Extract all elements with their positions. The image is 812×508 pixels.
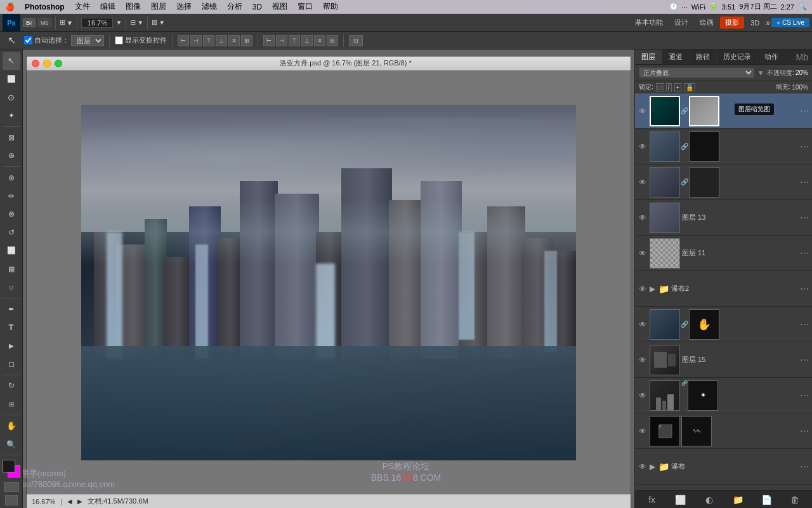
ws-3d[interactable]: 3D (745, 18, 764, 28)
layer-item[interactable]: 👁 🔗 ⋯ (635, 164, 812, 200)
layer-fx-button[interactable]: fx (645, 493, 659, 507)
lock-all-icon[interactable]: 🔒 (684, 83, 695, 91)
apple-menu[interactable]: 🍎 (0, 0, 20, 13)
auto-select-type[interactable]: 图层 组 (71, 35, 104, 46)
lock-move-icon[interactable]: + (674, 83, 682, 91)
menu-search-icon[interactable]: 🔍 (798, 3, 807, 11)
ws-photo[interactable]: 摄影 (720, 17, 744, 29)
layer-visibility-icon[interactable]: 👁 (638, 391, 648, 401)
tool-heal[interactable]: ⊕ (3, 169, 20, 187)
bridge-button[interactable]: Br (23, 18, 36, 27)
folder-expand-icon[interactable]: ▶ (650, 284, 655, 293)
layer-visibility-icon[interactable]: 👁 (638, 213, 648, 223)
quick-mask-button[interactable] (4, 482, 19, 492)
tab-paths[interactable]: 路径 (690, 50, 717, 64)
menu-window[interactable]: 窗口 (292, 0, 318, 13)
app-name-menu[interactable]: Photoshop (20, 0, 70, 13)
layer-visibility-icon[interactable]: 👁 (638, 462, 648, 472)
layer-item[interactable]: 👁 ⬛ ∿∿ ⋯ (635, 413, 812, 449)
align-center-v-icon[interactable]: ⊣ (190, 35, 202, 46)
tool-3d-rotate[interactable]: ↻ (3, 377, 20, 395)
arrange-control[interactable]: ⊠ ▼ (152, 18, 165, 27)
layer-item[interactable]: 👁 图层 11 ⋯ (635, 236, 812, 271)
align-bottom-icon[interactable]: ⊞ (241, 35, 252, 46)
tool-path-select[interactable]: ▶ (3, 337, 20, 354)
layer-more-icon[interactable]: ⋯ (799, 248, 809, 258)
layer-item-folder-bottom[interactable]: 👁 ▶ 📁 瀑布 ⋯ (635, 449, 812, 485)
layout-control[interactable]: ⊞ ▼ (60, 18, 74, 27)
dist-top-icon[interactable]: ⊥ (301, 35, 313, 46)
new-layer-button[interactable]: 📄 (759, 493, 773, 507)
dist-center-v-icon[interactable]: ⊣ (276, 35, 287, 46)
color-swatches[interactable] (3, 460, 20, 478)
layer-more-icon[interactable]: ⋯ (799, 177, 809, 187)
tab-history[interactable]: 历史记录 (717, 50, 758, 64)
layer-more-icon[interactable]: ⋯ (799, 142, 809, 152)
window-maximize-button[interactable] (55, 60, 62, 67)
tool-lasso[interactable]: ⊙ (3, 88, 20, 106)
menu-image[interactable]: 图像 (121, 0, 146, 13)
tool-magic-wand[interactable]: ✦ (3, 107, 20, 124)
layer-item[interactable]: 👁 图层 15 ⋯ (635, 342, 812, 378)
tool-history-brush[interactable]: ↺ (3, 224, 20, 241)
tab-layers[interactable]: 图层 (635, 50, 662, 64)
layer-item[interactable]: 👁 🔗 ✋ ⋯ (635, 307, 812, 342)
tool-type[interactable]: T (3, 319, 20, 337)
layer-visibility-icon[interactable]: 👁 (638, 319, 648, 330)
layer-visibility-icon[interactable]: 👁 (638, 426, 648, 436)
layer-item-folder[interactable]: 👁 ▶ 📁 瀑布2 ⋯ (635, 271, 812, 307)
menu-layer[interactable]: 图层 (146, 0, 171, 13)
tab-channels[interactable]: 通道 (662, 50, 690, 64)
add-mask-button[interactable]: ⬜ (674, 493, 688, 507)
layer-more-icon[interactable]: ⋯ (799, 462, 809, 472)
auto-arrange-icon[interactable]: ⊡ (349, 35, 363, 46)
lock-transparent-icon[interactable]: □ (656, 83, 664, 91)
menu-select[interactable]: 选择 (171, 0, 197, 13)
panel-mini-btn[interactable]: Mb (792, 50, 812, 64)
menu-edit[interactable]: 编辑 (95, 0, 121, 13)
layer-more-icon[interactable]: ⋯ (799, 355, 809, 365)
tool-select-rect[interactable]: ⬜ (3, 70, 20, 88)
tool-eraser[interactable]: ⬜ (3, 242, 20, 260)
tool-shape[interactable]: ◻ (3, 355, 20, 373)
document-content[interactable] (27, 70, 631, 494)
transform-checkbox[interactable] (115, 36, 123, 44)
tool-dodge[interactable]: ○ (3, 278, 20, 296)
layer-item[interactable]: 👁 🔗 ⋯ 图层缩览图 (635, 93, 812, 129)
status-nav-right[interactable]: ▶ (77, 498, 82, 505)
workspace-extend-icon[interactable]: » (766, 18, 770, 27)
tab-actions[interactable]: 动作 (758, 50, 785, 64)
menu-help[interactable]: 帮助 (318, 0, 343, 13)
dist-right-icon[interactable]: ⊤ (289, 35, 300, 46)
cs-live-button[interactable]: ● CS Live (771, 18, 809, 27)
layer-more-icon[interactable]: ⋯ (799, 391, 809, 401)
menu-view[interactable]: 视图 (267, 0, 292, 13)
tool-hand[interactable]: ✋ (3, 417, 20, 435)
menu-file[interactable]: 文件 (70, 0, 95, 13)
tool-move[interactable]: ↖ (3, 52, 20, 70)
ws-design[interactable]: 设计 (669, 17, 693, 29)
ws-paint[interactable]: 绘画 (695, 17, 719, 29)
mini-bridge-button[interactable]: Mb (38, 18, 51, 27)
tool-zoom[interactable]: 🔍 (3, 436, 20, 453)
status-nav-left[interactable]: ◀ (67, 498, 72, 505)
layer-more-icon[interactable]: ⋯ (799, 284, 809, 294)
dist-bottom-icon[interactable]: ⊞ (327, 35, 338, 46)
dist-center-h-icon[interactable]: ≡ (314, 35, 325, 46)
tool-crop[interactable]: ⊠ (3, 129, 20, 147)
auto-select-checkbox[interactable] (24, 36, 32, 44)
layer-more-icon[interactable]: ⋯ (799, 319, 809, 330)
tool-3d-pan[interactable]: ⊞ (3, 395, 20, 413)
dist-left-icon[interactable]: ⊢ (263, 35, 275, 46)
layer-visibility-icon[interactable]: 👁 (638, 355, 648, 365)
screen-mode-button[interactable] (5, 495, 18, 505)
window-close-button[interactable] (32, 60, 39, 67)
layer-item[interactable]: 👁 图层 13 ⋯ (635, 200, 812, 236)
menu-3d[interactable]: 3D (247, 0, 267, 13)
layer-more-icon[interactable]: ⋯ (799, 213, 809, 223)
ws-basic[interactable]: 基本功能 (630, 17, 668, 29)
layer-more-icon[interactable]: ⋯ (799, 426, 809, 436)
new-group-button[interactable]: 📁 (731, 493, 745, 507)
tool-clone[interactable]: ⊗ (3, 205, 20, 223)
layer-visibility-icon[interactable]: 👁 (638, 248, 648, 258)
